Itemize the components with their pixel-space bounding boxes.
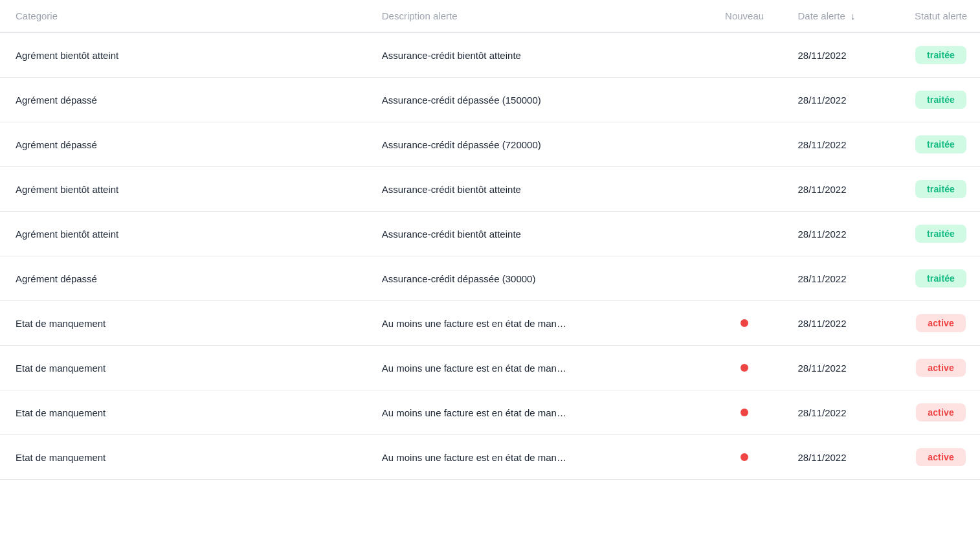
cell-date: 28/11/2022 (782, 122, 899, 167)
nouveau-dot-icon (741, 364, 748, 372)
cell-categorie: Etat de manquement (0, 301, 366, 346)
cell-nouveau (704, 212, 783, 256)
cell-statut: traitée (899, 32, 980, 78)
cell-date: 28/11/2022 (782, 32, 899, 78)
header-nouveau: Nouveau (704, 0, 783, 32)
cell-statut: traitée (899, 78, 980, 122)
table-row[interactable]: Agrément bientôt atteintAssurance-crédit… (0, 212, 980, 256)
nouveau-dot-icon (741, 453, 748, 461)
header-description: Description alerte (366, 0, 704, 32)
status-badge: traitée (915, 180, 966, 198)
cell-nouveau (704, 78, 783, 122)
cell-description: Assurance-crédit dépassée (30000) (366, 256, 704, 301)
status-badge: active (916, 448, 966, 466)
table-row[interactable]: Etat de manquementAu moins une facture e… (0, 346, 980, 390)
cell-description: Au moins une facture est en état de man… (366, 301, 704, 346)
table-row[interactable]: Etat de manquementAu moins une facture e… (0, 435, 980, 480)
cell-statut: active (899, 301, 980, 346)
header-statut: Statut alerte (899, 0, 980, 32)
cell-statut: traitée (899, 122, 980, 167)
cell-description: Assurance-crédit bientôt atteinte (366, 212, 704, 256)
cell-date: 28/11/2022 (782, 390, 899, 435)
status-badge: active (916, 403, 966, 422)
table-row[interactable]: Agrément dépasséAssurance-crédit dépassé… (0, 256, 980, 301)
cell-date: 28/11/2022 (782, 212, 899, 256)
cell-categorie: Agrément dépassé (0, 256, 366, 301)
cell-date: 28/11/2022 (782, 167, 899, 212)
status-badge: traitée (915, 269, 966, 287)
cell-categorie: Etat de manquement (0, 346, 366, 390)
cell-nouveau (704, 256, 783, 301)
header-date[interactable]: Date alerte ↓ (782, 0, 899, 32)
cell-description: Au moins une facture est en état de man… (366, 346, 704, 390)
cell-statut: traitée (899, 167, 980, 212)
cell-categorie: Etat de manquement (0, 435, 366, 480)
cell-description: Assurance-crédit bientôt atteinte (366, 32, 704, 78)
table-container: Categorie Description alerte Nouveau Dat… (0, 0, 980, 540)
cell-date: 28/11/2022 (782, 256, 899, 301)
alerts-table: Categorie Description alerte Nouveau Dat… (0, 0, 980, 480)
cell-statut: active (899, 435, 980, 480)
table-row[interactable]: Agrément bientôt atteintAssurance-crédit… (0, 32, 980, 78)
status-badge: traitée (915, 91, 966, 109)
cell-categorie: Agrément bientôt atteint (0, 32, 366, 78)
status-badge: traitée (915, 225, 966, 243)
table-row[interactable]: Agrément dépasséAssurance-crédit dépassé… (0, 122, 980, 167)
table-row[interactable]: Agrément dépasséAssurance-crédit dépassé… (0, 78, 980, 122)
cell-statut: active (899, 390, 980, 435)
cell-nouveau (704, 32, 783, 78)
cell-nouveau (704, 301, 783, 346)
nouveau-dot-icon (741, 409, 748, 416)
status-badge: traitée (915, 135, 966, 153)
cell-categorie: Etat de manquement (0, 390, 366, 435)
cell-statut: active (899, 346, 980, 390)
cell-date: 28/11/2022 (782, 346, 899, 390)
cell-categorie: Agrément bientôt atteint (0, 167, 366, 212)
cell-nouveau (704, 167, 783, 212)
status-badge: traitée (915, 46, 966, 64)
cell-date: 28/11/2022 (782, 78, 899, 122)
cell-categorie: Agrément bientôt atteint (0, 212, 366, 256)
table-row[interactable]: Etat de manquementAu moins une facture e… (0, 301, 980, 346)
header-categorie: Categorie (0, 0, 366, 32)
cell-description: Au moins une facture est en état de man… (366, 435, 704, 480)
sort-desc-icon: ↓ (851, 10, 856, 21)
cell-description: Assurance-crédit dépassée (720000) (366, 122, 704, 167)
cell-nouveau (704, 435, 783, 480)
cell-description: Au moins une facture est en état de man… (366, 390, 704, 435)
status-badge: active (916, 359, 966, 377)
cell-description: Assurance-crédit dépassée (150000) (366, 78, 704, 122)
cell-categorie: Agrément dépassé (0, 122, 366, 167)
cell-description: Assurance-crédit bientôt atteinte (366, 167, 704, 212)
cell-date: 28/11/2022 (782, 301, 899, 346)
cell-statut: traitée (899, 256, 980, 301)
cell-nouveau (704, 390, 783, 435)
cell-statut: traitée (899, 212, 980, 256)
table-header-row: Categorie Description alerte Nouveau Dat… (0, 0, 980, 32)
cell-date: 28/11/2022 (782, 435, 899, 480)
cell-nouveau (704, 122, 783, 167)
table-row[interactable]: Agrément bientôt atteintAssurance-crédit… (0, 167, 980, 212)
cell-nouveau (704, 346, 783, 390)
status-badge: active (916, 314, 966, 332)
table-row[interactable]: Etat de manquementAu moins une facture e… (0, 390, 980, 435)
nouveau-dot-icon (741, 319, 748, 327)
cell-categorie: Agrément dépassé (0, 78, 366, 122)
